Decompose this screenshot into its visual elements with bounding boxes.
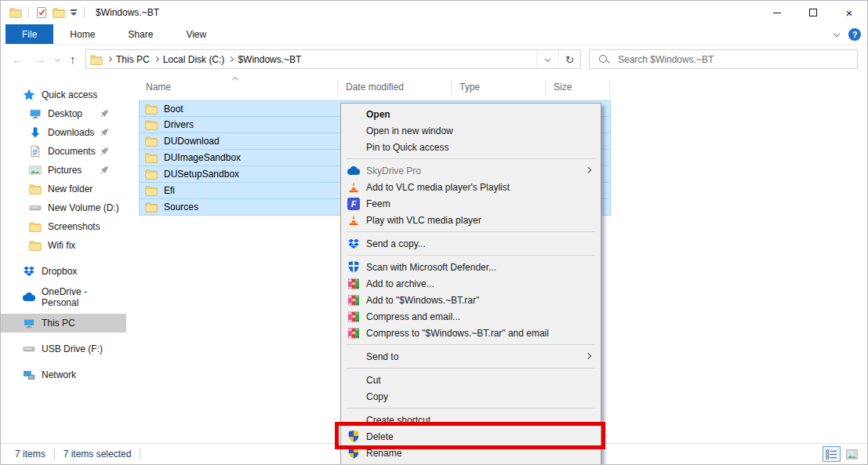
properties-check-icon[interactable] bbox=[35, 6, 48, 19]
help-icon[interactable]: ? bbox=[848, 28, 861, 41]
context-menu-item-compress-to-windows-bt-rar-and-email[interactable]: Compress to "$Windows.~BT.rar" and email bbox=[341, 325, 601, 341]
up-icon[interactable]: ↑ bbox=[70, 53, 76, 66]
sidebar-item-usb-drive-f[interactable]: USB Drive (F:) bbox=[1, 340, 126, 358]
maximize-button[interactable] bbox=[795, 1, 831, 24]
context-menu-item-create-shortcut[interactable]: Create shortcut bbox=[341, 412, 601, 428]
sidebar-item-screenshots[interactable]: Screenshots bbox=[1, 217, 126, 236]
context-menu-item-cut[interactable]: Cut bbox=[341, 372, 601, 388]
context-menu-item-copy[interactable]: Copy bbox=[341, 388, 601, 405]
tab-file[interactable]: File bbox=[5, 24, 53, 44]
submenu-arrow-icon bbox=[585, 167, 591, 173]
context-menu-item-label: Open bbox=[366, 109, 390, 120]
window-controls: × bbox=[759, 1, 867, 24]
sidebar-item-dropbox[interactable]: Dropbox bbox=[1, 262, 126, 281]
tab-view[interactable]: View bbox=[169, 24, 223, 44]
toolbar-dropdown-icon[interactable] bbox=[71, 9, 77, 16]
explorer-window: $Windows.~BT × FileHomeShareView ? ← → ↑… bbox=[0, 0, 868, 465]
sidebar-item-new-volume-d[interactable]: New Volume (D:) bbox=[1, 198, 126, 217]
sidebar-item-network[interactable]: Network bbox=[1, 365, 126, 384]
folder-icon bbox=[145, 135, 158, 147]
sidebar-item-pictures[interactable]: Pictures bbox=[1, 161, 126, 180]
context-menu-item-open[interactable]: Open bbox=[341, 106, 601, 122]
breadcrumb-chevron-icon[interactable] bbox=[107, 56, 112, 62]
details-view-button[interactable] bbox=[823, 446, 841, 462]
context-menu-item-feem[interactable]: Feem bbox=[341, 195, 601, 212]
context-menu-item-rename[interactable]: Rename bbox=[341, 445, 601, 461]
picture-icon bbox=[29, 164, 42, 176]
column-header-type[interactable]: Type bbox=[459, 82, 480, 93]
sidebar-item-label: Downloads bbox=[48, 127, 94, 138]
refresh-button[interactable]: ↻ bbox=[558, 50, 580, 68]
search-input[interactable] bbox=[616, 53, 857, 66]
context-menu-item-label: Compress and email... bbox=[366, 311, 460, 322]
context-menu-separator bbox=[347, 255, 595, 256]
column-divider[interactable] bbox=[337, 80, 338, 95]
sidebar-item-downloads[interactable]: Downloads bbox=[1, 123, 126, 142]
context-menu-item-scan-with-microsoft-defender[interactable]: Scan with Microsoft Defender... bbox=[341, 259, 601, 275]
sidebar-item-documents[interactable]: Documents bbox=[1, 142, 126, 161]
history-dropdown-icon[interactable] bbox=[55, 56, 60, 62]
sort-ascending-icon[interactable] bbox=[232, 77, 238, 83]
arrow-down-icon bbox=[29, 126, 42, 139]
sidebar-item-label: Desktop bbox=[48, 108, 82, 119]
search-icon bbox=[598, 54, 609, 65]
tab-home[interactable]: Home bbox=[53, 24, 111, 44]
breadcrumb-segment-local-disk-c[interactable]: Local Disk (C:) bbox=[160, 54, 228, 65]
tab-share[interactable]: Share bbox=[111, 24, 169, 44]
file-name: DUDownload bbox=[164, 136, 220, 147]
quick-access-toolbar bbox=[7, 6, 89, 19]
context-menu-item-open-in-new-window[interactable]: Open in new window bbox=[341, 122, 601, 139]
toolbar-divider bbox=[28, 7, 29, 18]
context-menu: OpenOpen in new windowPin to Quick acces… bbox=[340, 103, 601, 465]
expand-ribbon-chevron-icon[interactable] bbox=[833, 30, 840, 36]
back-icon[interactable]: ← bbox=[12, 53, 24, 66]
sidebar-item-label: Network bbox=[42, 369, 76, 380]
sidebar-item-desktop[interactable]: Desktop bbox=[1, 104, 126, 123]
breadcrumb-segment-windows-bt[interactable]: $Windows.~BT bbox=[234, 54, 304, 65]
file-name: Efi bbox=[164, 185, 175, 196]
column-divider[interactable] bbox=[609, 80, 610, 95]
column-header-date-modified[interactable]: Date modified bbox=[346, 82, 404, 93]
icon-spacer bbox=[347, 351, 360, 363]
column-header-name[interactable]: Name bbox=[146, 82, 171, 93]
context-menu-item-skydrive-pro[interactable]: SkyDrive Pro bbox=[341, 162, 601, 179]
selected-count: 7 items selected bbox=[64, 449, 132, 460]
context-menu-item-compress-and-email[interactable]: Compress and email... bbox=[341, 308, 601, 325]
context-menu-separator bbox=[347, 344, 595, 345]
context-menu-item-add-to-windows-bt-rar[interactable]: Add to "$Windows.~BT.rar" bbox=[341, 292, 601, 308]
address-bar[interactable]: This PCLocal Disk (C:)$Windows.~BT ↻ bbox=[85, 49, 581, 69]
context-menu-item-send-to[interactable]: Send to bbox=[341, 348, 601, 365]
sidebar-item-label: Quick access bbox=[42, 89, 97, 100]
context-menu-item-add-to-vlc-media-player-s-playlist[interactable]: Add to VLC media player's Playlist bbox=[341, 179, 601, 195]
context-menu-item-add-to-archive[interactable]: Add to archive... bbox=[341, 275, 601, 292]
context-menu-item-label: Send to bbox=[366, 351, 398, 362]
breadcrumb-chevron-icon[interactable] bbox=[228, 56, 234, 62]
sidebar-item-label: Pictures bbox=[48, 165, 82, 176]
sidebar-item-new-folder[interactable]: New folder bbox=[1, 180, 126, 198]
column-headers: NameDate modifiedTypeSize bbox=[126, 78, 867, 98]
context-menu-separator bbox=[347, 368, 595, 369]
folder-icon bbox=[145, 201, 158, 213]
breadcrumb-chevron-icon[interactable] bbox=[154, 56, 159, 62]
column-header-size[interactable]: Size bbox=[554, 82, 572, 93]
context-menu-item-send-a-copy[interactable]: Send a copy... bbox=[341, 235, 601, 252]
skydrive-cloud-icon bbox=[347, 165, 360, 177]
close-icon: × bbox=[846, 7, 853, 19]
folder-icon[interactable] bbox=[53, 6, 65, 19]
minimize-button[interactable] bbox=[759, 1, 795, 24]
sidebar-item-wifi-fix[interactable]: Wifi fix bbox=[1, 236, 126, 255]
column-divider[interactable] bbox=[545, 80, 546, 95]
sidebar-item-onedrive-personal[interactable]: OneDrive - Personal bbox=[1, 288, 126, 307]
close-button[interactable]: × bbox=[831, 1, 867, 24]
address-dropdown-button[interactable] bbox=[536, 50, 558, 68]
context-menu-item-pin-to-quick-access[interactable]: Pin to Quick access bbox=[341, 139, 601, 155]
context-menu-item-play-with-vlc-media-player[interactable]: Play with VLC media player bbox=[341, 212, 601, 228]
sidebar-item-this-pc[interactable]: This PC bbox=[1, 314, 126, 332]
context-menu-item-delete[interactable]: Delete bbox=[341, 428, 601, 445]
breadcrumb-segment-this-pc[interactable]: This PC bbox=[113, 54, 153, 65]
forward-icon[interactable]: → bbox=[34, 53, 45, 66]
sidebar-item-quick-access[interactable]: Quick access bbox=[1, 85, 126, 104]
network-icon bbox=[23, 369, 35, 381]
column-divider[interactable] bbox=[451, 80, 452, 95]
thumbnails-view-button[interactable] bbox=[843, 446, 861, 462]
